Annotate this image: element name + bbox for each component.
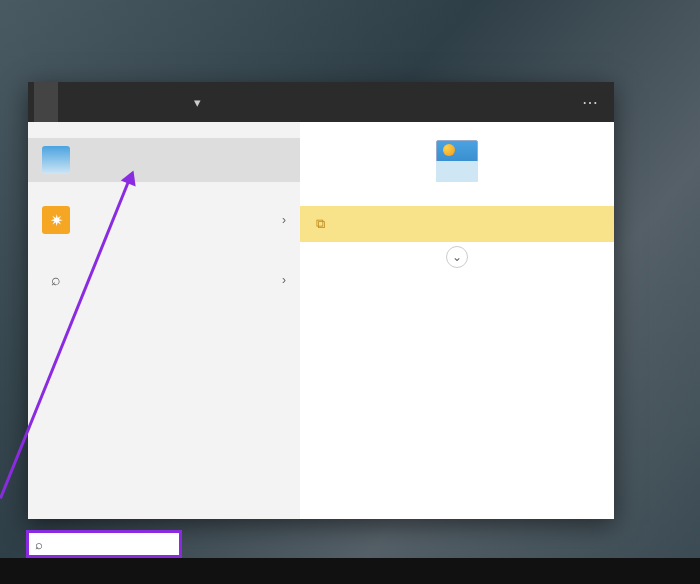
tab-all[interactable]	[34, 82, 58, 122]
search-icon: ⌕	[35, 537, 43, 552]
search-icon: ⌕	[42, 266, 70, 294]
expand-toggle[interactable]: ⌄	[300, 242, 614, 272]
taskbar	[0, 558, 700, 584]
tab-web[interactable]	[154, 82, 178, 122]
preview-header	[300, 122, 614, 206]
open-button[interactable]: ⧉	[300, 206, 614, 242]
best-match-header	[28, 122, 300, 138]
results-pane: ✷ › ⌕ ›	[28, 122, 300, 519]
chevron-right-icon: ›	[282, 213, 286, 227]
control-panel-icon	[42, 146, 70, 174]
best-match-control-panel[interactable]	[28, 138, 300, 182]
search-web-header	[28, 242, 300, 258]
open-icon: ⧉	[316, 216, 325, 232]
tab-more[interactable]: ▾	[178, 82, 213, 122]
settings-icon: ✷	[42, 206, 70, 234]
chevron-down-icon: ⌄	[452, 250, 462, 264]
taskbar-search-box-highlight[interactable]: ⌕	[26, 530, 182, 558]
result-settings[interactable]: ✷ ›	[28, 198, 300, 242]
taskbar-search-input[interactable]	[49, 537, 173, 552]
tab-email[interactable]	[130, 82, 154, 122]
recent-block	[300, 272, 614, 296]
overflow-menu-icon[interactable]: ⋯	[572, 93, 608, 112]
chevron-right-icon: ›	[282, 273, 286, 287]
apps-header	[28, 182, 300, 198]
result-web-control-panel[interactable]: ⌕ ›	[28, 258, 300, 302]
search-tabs: ▾ ⋯	[28, 82, 614, 122]
preview-pane: ⧉ ⌄	[300, 122, 614, 519]
start-search-panel: ▾ ⋯ ✷ › ⌕	[28, 82, 614, 519]
tab-apps[interactable]	[58, 82, 82, 122]
control-panel-large-icon	[436, 140, 478, 182]
tab-settings[interactable]	[106, 82, 130, 122]
chevron-down-icon: ▾	[194, 95, 201, 110]
search-panel-body: ✷ › ⌕ › ⧉	[28, 122, 614, 519]
tab-documents[interactable]	[82, 82, 106, 122]
